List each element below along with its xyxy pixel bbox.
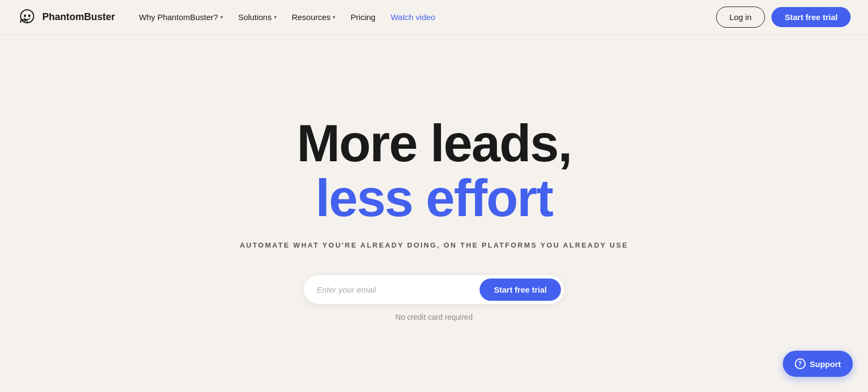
nav-links: Why PhantomBuster? ▾ Solutions ▾ Resourc… [132, 8, 442, 26]
support-icon: ? [795, 358, 806, 369]
logo-text: PhantomBuster [42, 11, 115, 23]
navbar-left: PhantomBuster Why PhantomBuster? ▾ Solut… [17, 8, 442, 27]
chevron-down-icon: ▾ [333, 14, 335, 20]
nav-label-watch: Watch video [391, 12, 435, 22]
logo-link[interactable]: PhantomBuster [17, 8, 115, 27]
nav-label-pricing: Pricing [350, 12, 375, 22]
support-label: Support [810, 359, 841, 369]
nav-item-pricing[interactable]: Pricing [344, 8, 382, 26]
nav-label-resources: Resources [292, 12, 331, 22]
ghost-icon [17, 8, 37, 27]
email-input[interactable] [317, 285, 480, 294]
chevron-down-icon: ▾ [220, 14, 223, 20]
support-button[interactable]: ? Support [783, 351, 853, 377]
nav-item-resources[interactable]: Resources ▾ [285, 8, 342, 26]
hero-title-line2: less effort [297, 171, 571, 226]
start-trial-nav-button[interactable]: Start free trial [771, 7, 851, 27]
hero-title-line1: More leads, [297, 114, 571, 172]
login-button[interactable]: Log in [716, 7, 765, 28]
svg-point-2 [28, 14, 30, 17]
hero-section: More leads, less effort Automate what yo… [0, 35, 868, 392]
hero-email-form: Start free trial [304, 275, 564, 304]
navbar-right: Log in Start free trial [716, 7, 851, 28]
hero-title: More leads, less effort [297, 116, 571, 226]
chevron-down-icon: ▾ [274, 14, 277, 20]
hero-subtitle: Automate what you're already doing, on t… [240, 241, 628, 249]
svg-point-1 [24, 14, 26, 17]
nav-item-solutions[interactable]: Solutions ▾ [232, 8, 283, 26]
nav-item-why[interactable]: Why PhantomBuster? ▾ [132, 8, 229, 26]
nav-label-solutions: Solutions [238, 12, 272, 22]
navbar: PhantomBuster Why PhantomBuster? ▾ Solut… [0, 0, 868, 35]
hero-note: No credit card required [395, 313, 473, 321]
start-trial-hero-button[interactable]: Start free trial [480, 279, 561, 301]
nav-label-why: Why PhantomBuster? [139, 12, 218, 22]
nav-item-watch-video[interactable]: Watch video [384, 8, 442, 26]
